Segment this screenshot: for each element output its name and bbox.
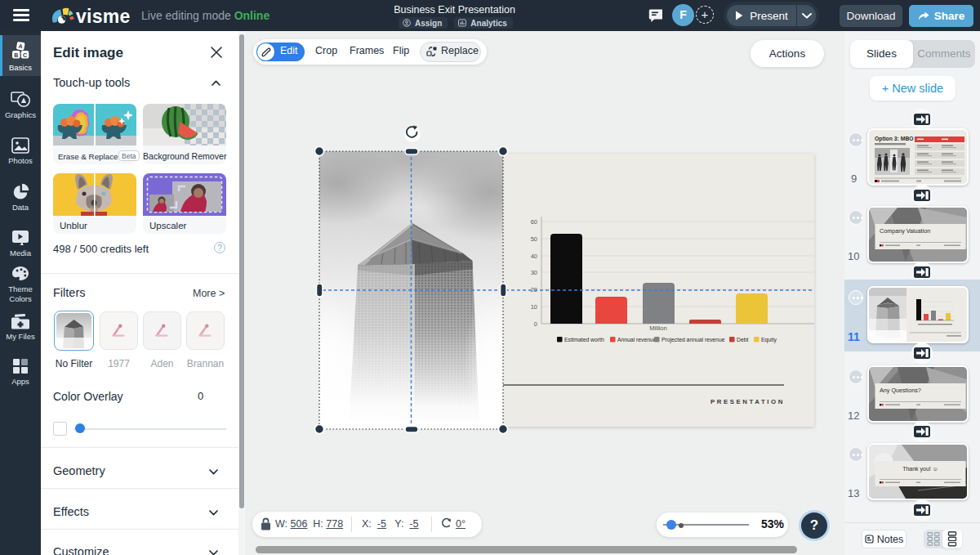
svg-text:Company Valuation: Company Valuation bbox=[880, 227, 930, 235]
svg-text:Any Questions?: Any Questions? bbox=[880, 387, 921, 394]
svg-text:B: B bbox=[14, 52, 18, 58]
svg-text:Thank you! ☺: Thank you! ☺ bbox=[902, 466, 938, 472]
svg-text:Option 3: MBO: Option 3: MBO bbox=[875, 136, 914, 142]
svg-text:C: C bbox=[23, 52, 27, 58]
